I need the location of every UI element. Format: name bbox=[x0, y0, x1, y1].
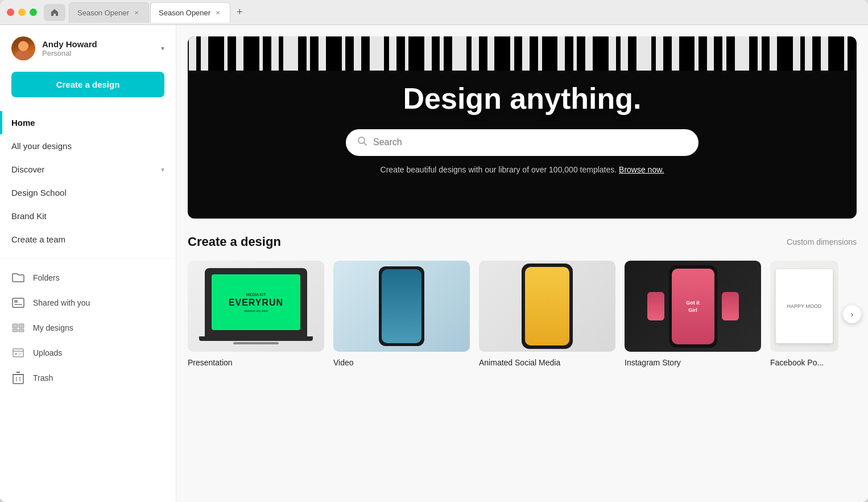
facebook-preview: HAPPY MOOD bbox=[770, 261, 838, 352]
custom-dimensions-button[interactable]: Custom dimensions bbox=[787, 237, 857, 246]
app-window: Season Opener ✕ Season Opener ✕ + Andy H… bbox=[0, 0, 868, 502]
titlebar: Season Opener ✕ Season Opener ✕ + bbox=[0, 0, 868, 25]
shared-icon bbox=[11, 296, 25, 310]
hero-banner: Design anything. Create beautiful design… bbox=[188, 36, 857, 219]
design-card-instagram[interactable]: Got it Girl bbox=[625, 261, 761, 368]
sidebar: Andy Howard Personal ▾ Create a design H… bbox=[0, 25, 176, 502]
shared-label: Shared with you bbox=[33, 298, 90, 307]
my-designs-icon bbox=[11, 321, 25, 335]
barcode-decoration bbox=[188, 36, 857, 71]
instagram-label: Instagram Story bbox=[625, 358, 681, 367]
svg-rect-9 bbox=[15, 353, 17, 355]
minimize-window-button[interactable] bbox=[18, 9, 26, 16]
sidebar-item-discover[interactable]: Discover ▾ bbox=[0, 158, 176, 181]
browse-link[interactable]: Browse now. bbox=[619, 165, 664, 174]
tab-bar: Season Opener ✕ Season Opener ✕ + bbox=[69, 0, 247, 24]
hero-title: Design anything. bbox=[346, 81, 698, 116]
create-design-section: Create a design Custom dimensions bbox=[176, 219, 868, 379]
avatar bbox=[11, 36, 35, 60]
instagram-preview: Got it Girl bbox=[625, 261, 761, 352]
create-design-button[interactable]: Create a design bbox=[11, 72, 164, 97]
active-indicator bbox=[0, 111, 2, 134]
tab-2-label: Season Opener bbox=[159, 9, 210, 17]
svg-rect-7 bbox=[13, 349, 23, 357]
tab-2[interactable]: Season Opener ✕ bbox=[150, 2, 230, 23]
sidebar-item-uploads[interactable]: Uploads bbox=[0, 340, 176, 365]
sidebar-item-home[interactable]: Home bbox=[0, 111, 176, 134]
user-name: Andy Howard bbox=[42, 39, 161, 49]
search-bar bbox=[346, 129, 698, 156]
svg-rect-2 bbox=[14, 304, 22, 305]
chevron-right-icon: › bbox=[851, 310, 854, 319]
tab-1-label: Season Opener bbox=[77, 9, 129, 17]
folder-icon bbox=[11, 271, 25, 285]
search-icon bbox=[357, 136, 367, 149]
design-cards: MEDIA KIT EVERYRUN welcome any store bbox=[188, 261, 857, 368]
trash-icon bbox=[11, 371, 25, 385]
hero-subtitle-text: Create beautiful designs with our librar… bbox=[381, 165, 617, 174]
my-designs-label: My designs bbox=[33, 323, 73, 332]
search-input[interactable] bbox=[373, 137, 687, 147]
maximize-window-button[interactable] bbox=[30, 9, 37, 16]
video-label: Video bbox=[333, 358, 354, 367]
svg-rect-12 bbox=[13, 375, 23, 384]
sidebar-item-design-school[interactable]: Design School bbox=[0, 181, 176, 204]
uploads-label: Uploads bbox=[33, 348, 62, 357]
avatar-image bbox=[11, 36, 35, 60]
sidebar-label-discover: Discover bbox=[11, 164, 161, 174]
user-dropdown-icon: ▾ bbox=[161, 44, 164, 52]
svg-rect-10 bbox=[18, 353, 22, 354]
presentation-preview: MEDIA KIT EVERYRUN welcome any store bbox=[188, 261, 324, 352]
sidebar-item-brand-kit[interactable]: Brand Kit bbox=[0, 204, 176, 228]
sidebar-item-shared[interactable]: Shared with you bbox=[0, 290, 176, 315]
svg-rect-5 bbox=[13, 329, 18, 332]
home-icon bbox=[50, 8, 59, 17]
hero-content: Design anything. Create beautiful design… bbox=[323, 81, 721, 174]
social-label: Animated Social Media bbox=[479, 358, 560, 367]
traffic-lights bbox=[7, 9, 37, 16]
main-layout: Andy Howard Personal ▾ Create a design H… bbox=[0, 25, 868, 502]
design-card-facebook[interactable]: HAPPY MOOD Facebook Po... bbox=[770, 261, 838, 368]
sidebar-label-all-designs: All your designs bbox=[11, 141, 164, 151]
sidebar-item-trash[interactable]: Trash bbox=[0, 365, 176, 390]
tab-1-close[interactable]: ✕ bbox=[133, 9, 140, 17]
sidebar-item-my-designs[interactable]: My designs bbox=[0, 315, 176, 340]
sidebar-label-create-team: Create a team bbox=[11, 234, 164, 244]
folders-label: Folders bbox=[33, 273, 60, 282]
sidebar-divider bbox=[0, 258, 176, 258]
svg-rect-1 bbox=[14, 300, 18, 303]
discover-chevron-icon: ▾ bbox=[161, 166, 164, 174]
svg-rect-6 bbox=[19, 329, 24, 332]
trash-label: Trash bbox=[33, 373, 53, 382]
new-tab-button[interactable]: + bbox=[232, 5, 247, 20]
tab-2-close[interactable]: ✕ bbox=[214, 9, 222, 17]
social-preview bbox=[479, 261, 615, 352]
design-card-presentation[interactable]: MEDIA KIT EVERYRUN welcome any store bbox=[188, 261, 324, 368]
sidebar-label-design-school: Design School bbox=[11, 188, 164, 197]
uploads-icon bbox=[11, 346, 25, 360]
svg-rect-4 bbox=[19, 324, 24, 328]
user-plan: Personal bbox=[42, 49, 161, 57]
user-section[interactable]: Andy Howard Personal ▾ bbox=[0, 36, 176, 72]
carousel-next-button[interactable]: › bbox=[843, 305, 861, 323]
svg-rect-3 bbox=[13, 324, 18, 328]
section-title: Create a design bbox=[188, 234, 281, 249]
home-tab-button[interactable] bbox=[44, 4, 65, 21]
design-cards-container: MEDIA KIT EVERYRUN welcome any store bbox=[188, 261, 857, 368]
sidebar-item-all-designs[interactable]: All your designs bbox=[0, 134, 176, 158]
sidebar-label-home: Home bbox=[11, 118, 164, 127]
svg-rect-11 bbox=[18, 355, 20, 356]
section-header: Create a design Custom dimensions bbox=[188, 234, 857, 249]
video-preview bbox=[333, 261, 470, 352]
sidebar-item-create-team[interactable]: Create a team bbox=[0, 228, 176, 251]
tab-1[interactable]: Season Opener ✕ bbox=[69, 2, 149, 23]
design-card-video[interactable]: Video bbox=[333, 261, 470, 368]
svg-line-18 bbox=[364, 142, 367, 145]
hero-subtitle: Create beautiful designs with our librar… bbox=[346, 165, 698, 174]
sidebar-item-folders[interactable]: Folders bbox=[0, 265, 176, 290]
sidebar-label-brand-kit: Brand Kit bbox=[11, 211, 164, 221]
close-window-button[interactable] bbox=[7, 9, 14, 16]
presentation-label: Presentation bbox=[188, 358, 233, 367]
design-card-social[interactable]: Animated Social Media bbox=[479, 261, 615, 368]
user-info: Andy Howard Personal bbox=[42, 39, 161, 57]
